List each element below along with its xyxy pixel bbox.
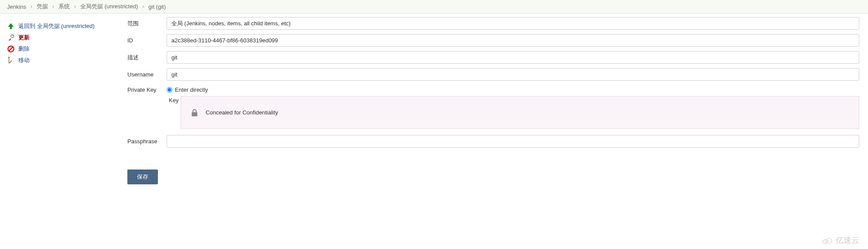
no-entry-icon: [7, 45, 15, 53]
concealed-text: Concealed for Confidentiality: [205, 109, 278, 116]
form-row-username: Username: [127, 68, 859, 81]
desc-input[interactable]: [167, 51, 859, 64]
form-row-id: ID: [127, 34, 859, 47]
key-concealed-box: Concealed for Confidentiality: [181, 96, 859, 129]
enter-directly-radio[interactable]: [167, 87, 172, 93]
svg-marker-0: [8, 23, 14, 29]
gear-tools-icon: [7, 34, 15, 42]
enter-directly-label: Enter directly: [175, 86, 208, 93]
sidebar-item-delete[interactable]: 删除: [7, 43, 115, 55]
enter-directly-radio-row[interactable]: Enter directly: [167, 85, 859, 94]
scope-label: 范围: [127, 20, 167, 28]
breadcrumb: Jenkins › 凭据 › 系统 › 全局凭据 (unrestricted) …: [0, 0, 868, 14]
form-row-scope: 范围: [127, 17, 859, 30]
desc-label: 描述: [127, 54, 167, 62]
svg-rect-5: [192, 112, 198, 116]
breadcrumb-global[interactable]: 全局凭据 (unrestricted): [80, 3, 138, 10]
save-button[interactable]: 保存: [127, 169, 158, 184]
passphrase-input[interactable]: [167, 135, 859, 148]
sidebar-item-move[interactable]: 移动: [7, 55, 115, 66]
form-row-desc: 描述: [127, 51, 859, 64]
key-section: Key Concealed for Confidentiality: [167, 96, 859, 129]
sidebar: 返回到 全局凭据 (unrestricted) 更新 删除: [0, 17, 122, 184]
chevron-right-icon: ›: [31, 3, 32, 10]
username-label: Username: [127, 71, 167, 78]
id-label: ID: [127, 37, 167, 44]
breadcrumb-jenkins[interactable]: Jenkins: [7, 3, 26, 10]
form-row-passphrase: Passphrase: [127, 135, 859, 148]
main: 范围 ID 描述 Username Private Key: [122, 17, 868, 184]
chevron-right-icon: ›: [52, 3, 54, 10]
sidebar-item-back[interactable]: 返回到 全局凭据 (unrestricted): [7, 21, 115, 32]
breadcrumb-credentials[interactable]: 凭据: [37, 3, 48, 10]
id-input[interactable]: [167, 34, 859, 47]
username-input[interactable]: [167, 68, 859, 81]
passphrase-label: Passphrase: [127, 138, 167, 145]
sidebar-item-update[interactable]: 更新: [7, 32, 115, 43]
sidebar-item-label: 更新: [18, 34, 30, 42]
key-label: Key: [167, 96, 181, 129]
lock-icon: [190, 108, 199, 118]
svg-point-4: [8, 57, 10, 58]
content: 返回到 全局凭据 (unrestricted) 更新 删除: [0, 14, 868, 184]
breadcrumb-git[interactable]: git (git): [148, 3, 166, 10]
sidebar-item-label: 返回到 全局凭据 (unrestricted): [18, 22, 95, 30]
watermark-text: 亿速云: [836, 235, 859, 246]
form-row-privatekey: Private Key Enter directly Key: [127, 85, 859, 129]
move-icon: [7, 56, 15, 64]
chevron-right-icon: ›: [74, 3, 76, 10]
up-arrow-icon: [7, 22, 15, 30]
privatekey-label: Private Key: [127, 85, 167, 93]
watermark: 亿速云: [821, 235, 859, 246]
sidebar-item-label: 移动: [18, 56, 30, 64]
chevron-right-icon: ›: [142, 3, 144, 10]
cloud-icon: [821, 235, 833, 245]
sidebar-item-label: 删除: [18, 45, 30, 53]
svg-line-3: [9, 47, 13, 51]
breadcrumb-system[interactable]: 系统: [58, 3, 70, 10]
scope-input[interactable]: [167, 17, 859, 30]
